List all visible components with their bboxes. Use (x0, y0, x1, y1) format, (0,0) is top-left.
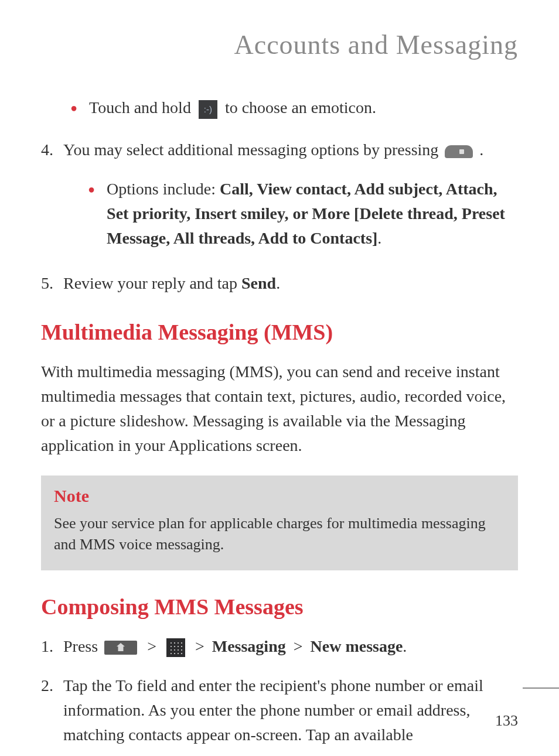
composing-heading: Composing MMS Messages (41, 594, 518, 620)
step-number: 1. (41, 634, 59, 659)
bullet-text: Touch and hold to choose an emoticon. (89, 95, 518, 120)
new-message-label: New message (311, 637, 403, 655)
step-number: 2. (41, 673, 59, 698)
step-text: You may select additional messaging opti… (63, 138, 518, 162)
composing-step-2: 2. Tap the To field and enter the recipi… (41, 673, 518, 747)
step-text: Tap the To field and enter the recipient… (63, 673, 518, 747)
text-end: . (403, 637, 407, 655)
text-pre: Touch and hold (89, 98, 195, 117)
step-5: 5. Review your reply and tap Send. (41, 271, 518, 296)
footer-line (523, 687, 559, 689)
emoticon-icon (199, 100, 217, 119)
step-number: 5. (41, 271, 59, 296)
apps-grid-icon (166, 638, 185, 657)
step-number: 4. (41, 138, 59, 162)
text-pre: Review your reply and tap (63, 274, 241, 292)
mms-description: With multimedia messaging (MMS), you can… (41, 360, 518, 458)
text-end: . (276, 274, 280, 292)
chevron: > (294, 637, 307, 655)
menu-key-icon (445, 145, 473, 158)
chevron: > (147, 637, 161, 655)
page-number: 133 (495, 712, 518, 730)
mms-heading: Multimedia Messaging (MMS) (41, 319, 518, 345)
bullet-item-emoticon: ● Touch and hold to choose an emoticon. (70, 95, 518, 120)
step-text: Press > > Messaging > New message. (63, 634, 518, 659)
text-post: to choose an emoticon. (225, 98, 376, 117)
step-4: 4. You may select additional messaging o… (41, 138, 518, 162)
text-pre: Press (63, 637, 102, 655)
home-key-icon (104, 641, 137, 655)
bullet-item-options: ● Options include: Call, View contact, A… (88, 177, 518, 251)
page-title: Accounts and Messaging (41, 29, 518, 60)
text-end: . (377, 229, 381, 247)
note-text: See your service plan for applicable cha… (54, 513, 505, 556)
text-post: . (479, 141, 483, 159)
note-title: Note (54, 486, 505, 506)
messaging-label: Messaging (212, 637, 286, 655)
text-pre: You may select additional messaging opti… (63, 141, 442, 159)
bullet-marker: ● (70, 99, 77, 117)
chevron: > (195, 637, 209, 655)
composing-step-1: 1. Press > > Messaging > New message. (41, 634, 518, 659)
send-label: Send (241, 274, 276, 292)
note-box: Note See your service plan for applicabl… (41, 476, 518, 570)
bullet-marker: ● (88, 180, 95, 198)
text-intro: Options include: (107, 180, 220, 198)
bullet-text: Options include: Call, View contact, Add… (107, 177, 518, 251)
step-text: Review your reply and tap Send. (63, 271, 518, 296)
